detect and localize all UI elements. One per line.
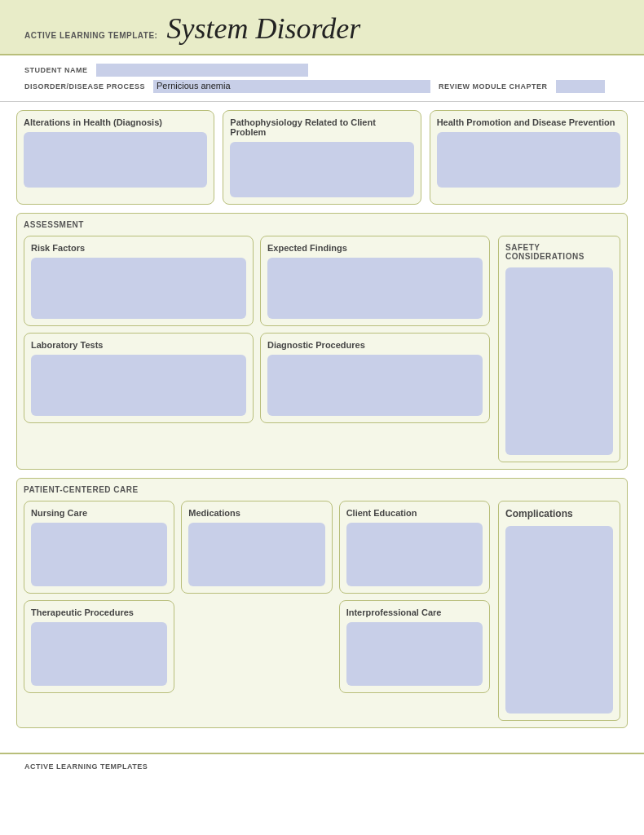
header-bar: ACTIVE LEARNING TEMPLATE: System Disorde… [0, 0, 644, 55]
assessment-section: ASSESSMENT Risk Factors Expected Finding… [16, 213, 628, 470]
complications-title: Complications [505, 508, 613, 519]
review-label: REVIEW MODULE CHAPTER [439, 82, 548, 91]
medications-title: Medications [188, 508, 324, 518]
laboratory-tests-content[interactable] [31, 355, 246, 416]
assessment-grid: Risk Factors Expected Findings Laborator… [24, 236, 490, 423]
client-education-card: Client Education [339, 501, 490, 594]
interprofessional-care-content[interactable] [346, 622, 483, 686]
student-name-input[interactable] [96, 64, 308, 77]
therapeutic-procedures-content[interactable] [31, 622, 167, 686]
complications-content[interactable] [505, 526, 613, 714]
assessment-left: Risk Factors Expected Findings Laborator… [24, 236, 490, 462]
alterations-title: Alterations in Health (Diagnosis) [24, 117, 207, 127]
student-name-row: STUDENT NAME [24, 64, 620, 77]
top-fields: STUDENT NAME DISORDER/DISEASE PROCESS Pe… [0, 55, 644, 102]
empty-card [181, 600, 332, 693]
pcc-bottom-grid: Therapeutic Procedures Interprofessional… [24, 600, 490, 693]
pathophysiology-box: Pathophysiology Related to Client Proble… [223, 110, 421, 205]
client-education-content[interactable] [346, 523, 483, 586]
main-content: Alterations in Health (Diagnosis) Pathop… [0, 102, 644, 744]
expected-findings-title: Expected Findings [267, 243, 483, 253]
alterations-box: Alterations in Health (Diagnosis) [16, 110, 214, 205]
medications-content[interactable] [188, 523, 324, 586]
pcc-right: Complications [498, 501, 620, 721]
therapeutic-procedures-card: Therapeutic Procedures [24, 600, 174, 693]
expected-findings-card: Expected Findings [260, 236, 490, 326]
nursing-care-title: Nursing Care [31, 508, 167, 518]
disorder-row: DISORDER/DISEASE PROCESS Pernicious anem… [24, 80, 620, 93]
footer-bar: ACTIVE LEARNING TEMPLATES [0, 753, 644, 777]
assessment-layout: Risk Factors Expected Findings Laborator… [24, 236, 620, 462]
top-boxes-row: Alterations in Health (Diagnosis) Pathop… [16, 110, 628, 205]
template-title: System Disorder [167, 12, 361, 45]
client-education-title: Client Education [346, 508, 483, 518]
risk-factors-card: Risk Factors [24, 236, 254, 326]
footer-label: ACTIVE LEARNING TEMPLATES [24, 762, 148, 771]
safety-box: SAFETY CONSIDERATIONS [498, 236, 620, 462]
health-promotion-content[interactable] [437, 132, 620, 188]
nursing-care-card: Nursing Care [24, 501, 174, 594]
therapeutic-procedures-title: Therapeutic Procedures [31, 607, 167, 617]
disorder-input[interactable]: Pernicious anemia [153, 80, 430, 93]
diagnostic-procedures-title: Diagnostic Procedures [267, 340, 483, 350]
laboratory-tests-title: Laboratory Tests [31, 340, 246, 350]
complications-box: Complications [498, 501, 620, 721]
student-name-label: STUDENT NAME [24, 66, 88, 74]
assessment-header: ASSESSMENT [24, 220, 620, 229]
pcc-section: PATIENT-CENTERED CARE Nursing Care Medic… [16, 478, 628, 728]
diagnostic-procedures-content[interactable] [267, 355, 483, 416]
disorder-label: DISORDER/DISEASE PROCESS [24, 82, 145, 91]
risk-factors-title: Risk Factors [31, 243, 246, 253]
pcc-header: PATIENT-CENTERED CARE [24, 485, 620, 494]
nursing-care-content[interactable] [31, 523, 167, 586]
assessment-right: SAFETY CONSIDERATIONS [498, 236, 620, 462]
pcc-top-grid: Nursing Care Medications Client Educatio… [24, 501, 490, 594]
laboratory-tests-card: Laboratory Tests [24, 333, 254, 423]
pathophysiology-title: Pathophysiology Related to Client Proble… [230, 117, 413, 137]
medications-card: Medications [181, 501, 332, 594]
interprofessional-care-title: Interprofessional Care [346, 607, 483, 617]
safety-content[interactable] [505, 267, 613, 455]
health-promotion-title: Health Promotion and Disease Prevention [437, 117, 620, 127]
risk-factors-content[interactable] [31, 258, 246, 319]
pathophysiology-content[interactable] [230, 142, 413, 197]
interprofessional-care-card: Interprofessional Care [339, 600, 490, 693]
review-chapter-input[interactable] [556, 80, 605, 93]
health-promotion-box: Health Promotion and Disease Prevention [430, 110, 628, 205]
expected-findings-content[interactable] [267, 258, 483, 319]
safety-title: SAFETY CONSIDERATIONS [505, 243, 613, 261]
pcc-left: Nursing Care Medications Client Educatio… [24, 501, 490, 721]
template-label: ACTIVE LEARNING TEMPLATE: [24, 31, 157, 40]
diagnostic-procedures-card: Diagnostic Procedures [260, 333, 490, 423]
pcc-layout: Nursing Care Medications Client Educatio… [24, 501, 620, 721]
alterations-content[interactable] [24, 132, 207, 188]
